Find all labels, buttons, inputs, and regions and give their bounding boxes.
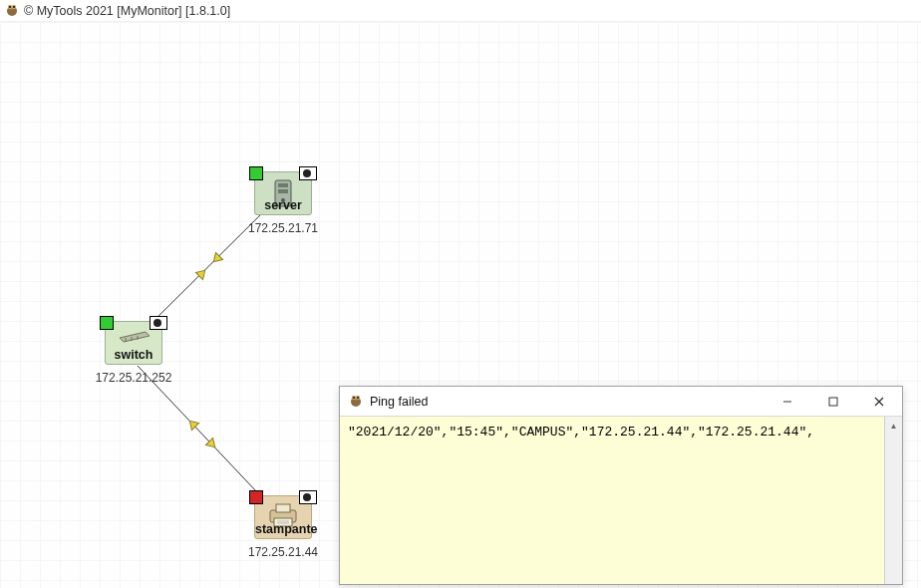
status-indicator [249, 166, 263, 180]
popup-title: Ping failed [370, 395, 428, 409]
node-switch[interactable]: switch 172.25.21.252 [94, 321, 173, 385]
main-title-bar: © MyTools 2021 [MyMonitor] [1.8.1.0] [0, 0, 921, 22]
svg-point-4 [13, 6, 15, 8]
svg-point-3 [9, 6, 11, 8]
svg-rect-9 [278, 183, 288, 187]
svg-rect-10 [278, 189, 288, 193]
main-window-title: © MyTools 2021 [MyMonitor] [1.8.1.0] [24, 4, 230, 18]
owl-icon [4, 1, 20, 20]
scroll-up-icon[interactable]: ▲ [885, 417, 902, 435]
owl-icon [348, 392, 364, 411]
log-output[interactable]: "2021/12/20","15:45","CAMPUS","172.25.21… [344, 421, 884, 580]
node-ip: 172.25.21.252 [94, 371, 173, 385]
svg-point-25 [357, 397, 359, 399]
svg-rect-17 [276, 504, 290, 512]
camera-icon [299, 166, 317, 180]
svg-point-24 [353, 397, 355, 399]
node-ip: 172.25.21.71 [243, 221, 323, 235]
svg-rect-28 [829, 398, 837, 406]
maximize-button[interactable] [810, 387, 856, 416]
vertical-scrollbar[interactable]: ▲ [884, 417, 902, 584]
node-label: stampante [255, 522, 311, 536]
camera-icon [150, 316, 167, 330]
status-indicator [100, 316, 114, 330]
close-button[interactable] [856, 387, 902, 416]
node-label: server [255, 198, 311, 212]
status-indicator [249, 490, 263, 504]
popup-title-bar[interactable]: Ping failed [340, 387, 902, 417]
node-label: switch [106, 348, 161, 362]
svg-line-7 [138, 366, 274, 510]
svg-marker-12 [120, 332, 150, 342]
camera-icon [299, 490, 317, 504]
node-printer[interactable]: stampante 172.25.21.44 [243, 495, 323, 559]
ping-failed-window[interactable]: Ping failed "2021/12/20","15:45","CAMPUS… [339, 386, 903, 585]
node-server[interactable]: server 172.25.21.71 [243, 171, 323, 235]
node-ip: 172.25.21.44 [243, 545, 323, 559]
minimize-button[interactable] [765, 387, 810, 416]
